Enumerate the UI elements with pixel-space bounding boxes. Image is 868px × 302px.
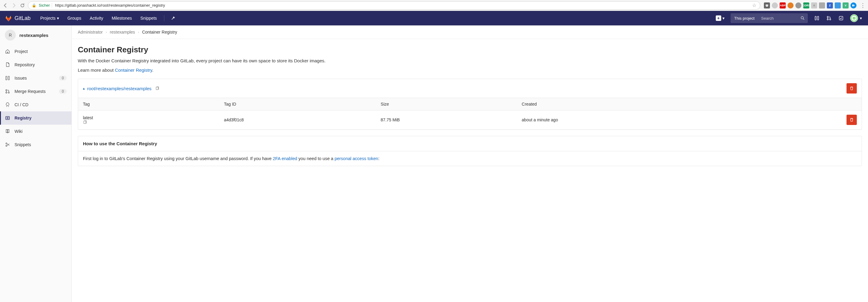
bookmark-star-icon[interactable]: ☆ xyxy=(752,2,756,8)
rocket-icon xyxy=(5,102,10,108)
sidebar-item-snippets[interactable]: Snippets xyxy=(0,138,71,151)
svg-point-14 xyxy=(7,117,8,119)
chevron-down-icon: ▾ xyxy=(57,16,59,21)
sidebar-item-label: CI / CD xyxy=(14,102,28,107)
svg-rect-18 xyxy=(84,121,86,124)
adblock-ext-icon[interactable]: ABP xyxy=(780,2,786,8)
search-input[interactable] xyxy=(758,16,798,21)
back-button[interactable] xyxy=(2,2,8,8)
sidebar-item-registry[interactable]: Registry xyxy=(0,111,71,125)
cell-size: 87.75 MiB xyxy=(376,111,517,129)
gitlab-logo[interactable]: GitLab xyxy=(5,14,31,22)
registry-card: ▴ root/restexamples/restexamples Tag Tag… xyxy=(78,79,862,130)
tamper-ext-icon[interactable] xyxy=(795,2,801,8)
grey-ext-icon[interactable] xyxy=(772,2,778,8)
sidebar-item-cicd[interactable]: CI / CD xyxy=(0,98,71,111)
breadcrumb-current: Container Registry xyxy=(142,30,177,34)
browser-toolbar: 🔒 Sicher https://gitlab.jonashackt.io/ro… xyxy=(0,0,868,11)
sidebar-item-issues[interactable]: Issues 0 xyxy=(0,71,71,85)
learn-more-line: Learn more about Container Registry. xyxy=(78,67,862,72)
search-group: This project xyxy=(731,13,808,23)
todos-icon[interactable] xyxy=(836,11,846,25)
sidebar-item-label: Registry xyxy=(14,116,31,120)
sidebar-item-merge-requests[interactable]: Merge Requests 0 xyxy=(0,85,71,98)
user-menu[interactable]: ▾ xyxy=(848,11,863,25)
breadcrumb-project[interactable]: restexamples xyxy=(110,30,135,34)
plus-icon: + xyxy=(716,16,721,21)
page-intro: With the Docker Container Registry integ… xyxy=(78,58,862,63)
secure-label: Sicher xyxy=(39,3,52,7)
copy-icon[interactable] xyxy=(155,86,159,90)
files-icon xyxy=(5,62,10,67)
sidebar-item-repository[interactable]: Repository xyxy=(0,58,71,71)
zoom-ext-icon[interactable] xyxy=(850,2,857,8)
registry-header: ▴ root/restexamples/restexamples xyxy=(78,79,862,98)
nav-milestones[interactable]: Milestones xyxy=(108,11,135,25)
page-title: Container Registry xyxy=(78,45,862,55)
address-bar[interactable]: 🔒 Sicher https://gitlab.jonashackt.io/ro… xyxy=(28,1,760,10)
sidebar-item-label: Snippets xyxy=(14,142,31,147)
sidebar: R restexamples Project Repository Issues… xyxy=(0,25,72,302)
svg-point-10 xyxy=(6,90,7,91)
search-scope[interactable]: This project xyxy=(731,16,758,21)
col-tagid: Tag ID xyxy=(219,98,376,111)
book-icon xyxy=(5,129,10,134)
sidebar-project-header[interactable]: R restexamples xyxy=(0,25,71,45)
issues-count-badge: 0 xyxy=(59,76,67,81)
svg-point-6 xyxy=(830,19,831,20)
delete-registry-button[interactable] xyxy=(846,83,857,93)
reload-button[interactable] xyxy=(19,2,25,8)
gitlab-brand-text: GitLab xyxy=(14,15,31,22)
square-ext-icon[interactable] xyxy=(819,2,825,8)
extension-icons: ABP CORS A Z V xyxy=(763,2,858,8)
registry-path-link[interactable]: root/restexamples/restexamples xyxy=(87,86,152,91)
sidebar-item-label: Wiki xyxy=(14,129,22,134)
svg-rect-2 xyxy=(815,16,816,20)
chevron-up-icon[interactable]: ▴ xyxy=(83,86,85,90)
sidebar-item-label: Project xyxy=(14,49,28,54)
orange-ext-icon[interactable] xyxy=(787,2,794,8)
search-icon[interactable] xyxy=(798,16,808,20)
col-size: Size xyxy=(376,98,517,111)
pocket-ext-icon[interactable] xyxy=(764,2,770,8)
nav-snippets[interactable]: Snippets xyxy=(137,11,160,25)
nav-groups[interactable]: Groups xyxy=(64,11,85,25)
admin-wrench-icon[interactable] xyxy=(168,11,179,25)
issues-icon[interactable] xyxy=(811,11,822,25)
col-tag: Tag xyxy=(78,98,219,111)
a-ext-icon[interactable]: A xyxy=(811,2,817,8)
copy-icon[interactable] xyxy=(83,120,214,124)
forward-button[interactable] xyxy=(11,2,17,8)
scissors-icon xyxy=(5,142,10,147)
svg-point-1 xyxy=(801,17,804,19)
create-dropdown[interactable]: + ▾ xyxy=(713,16,727,21)
sidebar-item-label: Issues xyxy=(14,76,27,81)
sidebar-item-wiki[interactable]: Wiki xyxy=(0,125,71,138)
z-ext-icon[interactable]: Z xyxy=(827,2,833,8)
pat-link[interactable]: personal access token xyxy=(334,156,378,161)
home-icon xyxy=(5,49,10,54)
svg-point-15 xyxy=(6,145,7,147)
project-name: restexamples xyxy=(19,33,49,38)
svg-rect-8 xyxy=(6,76,7,80)
learn-more-link[interactable]: Container Registry xyxy=(115,67,152,72)
svg-rect-17 xyxy=(156,87,158,90)
cors-ext-icon[interactable]: CORS xyxy=(803,2,809,8)
svg-rect-9 xyxy=(8,76,9,80)
svg-point-4 xyxy=(827,16,828,18)
gitlab-icon xyxy=(5,14,12,22)
chevron-right-icon: › xyxy=(105,31,106,34)
main-content: Administrator › restexamples › Container… xyxy=(72,25,868,302)
blue-ext-icon[interactable] xyxy=(835,2,841,8)
vue-ext-icon[interactable]: V xyxy=(843,2,849,8)
delete-tag-button[interactable] xyxy=(846,115,857,125)
breadcrumb-admin[interactable]: Administrator xyxy=(78,30,102,34)
cell-tagid: a4d3f01c8 xyxy=(219,111,376,129)
nav-activity[interactable]: Activity xyxy=(86,11,107,25)
nav-projects[interactable]: Projects▾ xyxy=(37,11,63,25)
merge-requests-icon[interactable] xyxy=(824,11,834,25)
chrome-menu-icon[interactable]: ⋮ xyxy=(860,2,866,9)
sidebar-item-project[interactable]: Project xyxy=(0,45,71,58)
breadcrumbs: Administrator › restexamples › Container… xyxy=(72,25,868,39)
twofa-link[interactable]: 2FA enabled xyxy=(273,156,297,161)
